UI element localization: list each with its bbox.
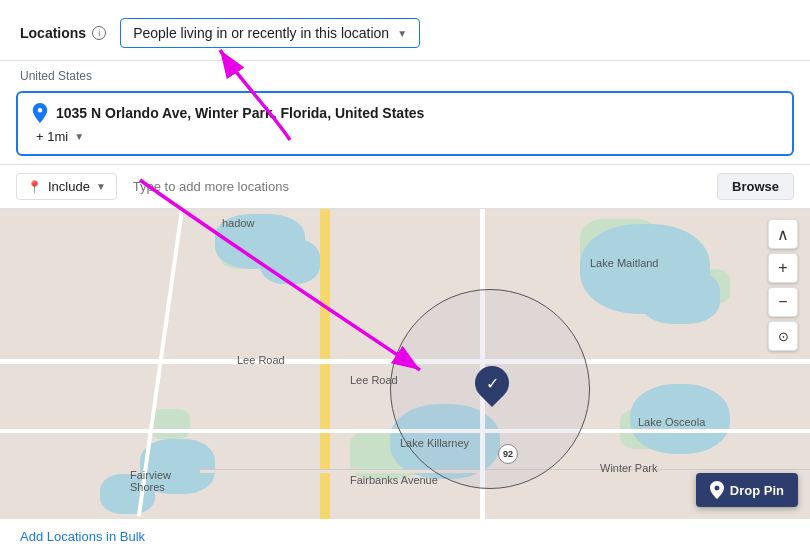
include-label: Include: [48, 179, 90, 194]
map-controls: ∧ + − ⊙: [768, 219, 798, 351]
drop-pin-button[interactable]: Drop Pin: [696, 473, 798, 507]
add-locations-input[interactable]: [125, 174, 709, 199]
map-pin-body: ✓: [468, 359, 516, 407]
radius-value: + 1mi: [36, 129, 68, 144]
drop-pin-icon: [710, 481, 724, 499]
location-pin-icon: [32, 103, 48, 123]
locations-label: Locations: [20, 25, 86, 41]
info-icon[interactable]: i: [92, 26, 106, 40]
include-arrow-icon: ▼: [96, 181, 106, 192]
country-label: United States: [0, 61, 810, 87]
locate-button[interactable]: ⊙: [768, 321, 798, 351]
map-pin: ✓: [475, 366, 509, 406]
location-address: 1035 N Orlando Ave, Winter Park, Florida…: [32, 103, 778, 123]
map-background[interactable]: ✓ hadow Lee Road Lee Road Lake Maitland …: [0, 209, 810, 519]
map-pin-check-icon: ✓: [486, 374, 499, 393]
chevron-down-icon: ▼: [397, 28, 407, 39]
map-up-button[interactable]: ∧: [768, 219, 798, 249]
locations-row: Locations i People living in or recently…: [0, 0, 810, 60]
include-pin-icon: 📍: [27, 180, 42, 194]
main-container: Locations i People living in or recently…: [0, 0, 810, 559]
location-type-label: People living in or recently in this loc…: [133, 25, 389, 41]
radius-arrow-icon[interactable]: ▼: [74, 131, 84, 142]
zoom-out-button[interactable]: −: [768, 287, 798, 317]
drop-pin-label: Drop Pin: [730, 483, 784, 498]
map-area: ✓ hadow Lee Road Lee Road Lake Maitland …: [0, 209, 810, 519]
location-item: 1035 N Orlando Ave, Winter Park, Florida…: [16, 91, 794, 156]
radius-row: + 1mi ▼: [32, 129, 778, 144]
highway-badge: 92: [498, 444, 518, 464]
zoom-in-button[interactable]: +: [768, 253, 798, 283]
include-row: 📍 Include ▼ Browse: [0, 165, 810, 209]
location-list-area: United States 1035 N Orlando Ave, Winter…: [0, 60, 810, 165]
location-type-dropdown[interactable]: People living in or recently in this loc…: [120, 18, 420, 48]
add-locations-bulk-link[interactable]: Add Locations in Bulk: [0, 519, 810, 554]
include-dropdown[interactable]: 📍 Include ▼: [16, 173, 117, 200]
browse-button[interactable]: Browse: [717, 173, 794, 200]
address-text: 1035 N Orlando Ave, Winter Park, Florida…: [56, 105, 424, 121]
